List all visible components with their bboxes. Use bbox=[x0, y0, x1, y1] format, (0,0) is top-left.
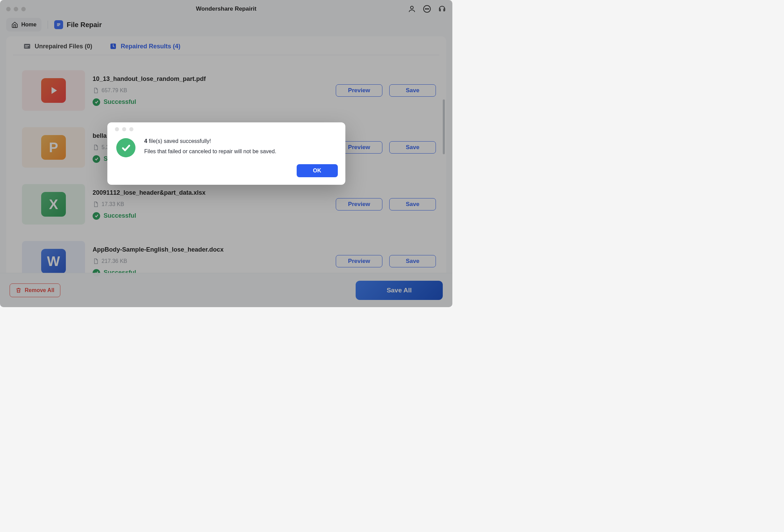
modal-title: 4 file(s) saved successfully! bbox=[144, 138, 276, 144]
success-check-icon bbox=[116, 138, 135, 157]
modal-overlay: 4 file(s) saved successfully! Files that… bbox=[0, 0, 452, 307]
modal-footer: OK bbox=[115, 164, 338, 177]
success-modal: 4 file(s) saved successfully! Files that… bbox=[107, 122, 345, 185]
modal-minimize[interactable] bbox=[122, 127, 126, 131]
modal-body: 4 file(s) saved successfully! Files that… bbox=[115, 138, 338, 164]
modal-close[interactable] bbox=[115, 127, 119, 131]
ok-button[interactable]: OK bbox=[297, 164, 338, 177]
modal-traffic-lights bbox=[115, 127, 338, 131]
modal-description: Files that failed or canceled to repair … bbox=[144, 148, 276, 155]
app-window: Wondershare Repairit Home File Repair bbox=[0, 0, 452, 307]
modal-maximize[interactable] bbox=[129, 127, 133, 131]
modal-title-suffix: file(s) saved successfully! bbox=[147, 138, 211, 144]
modal-text: 4 file(s) saved successfully! Files that… bbox=[144, 138, 276, 157]
